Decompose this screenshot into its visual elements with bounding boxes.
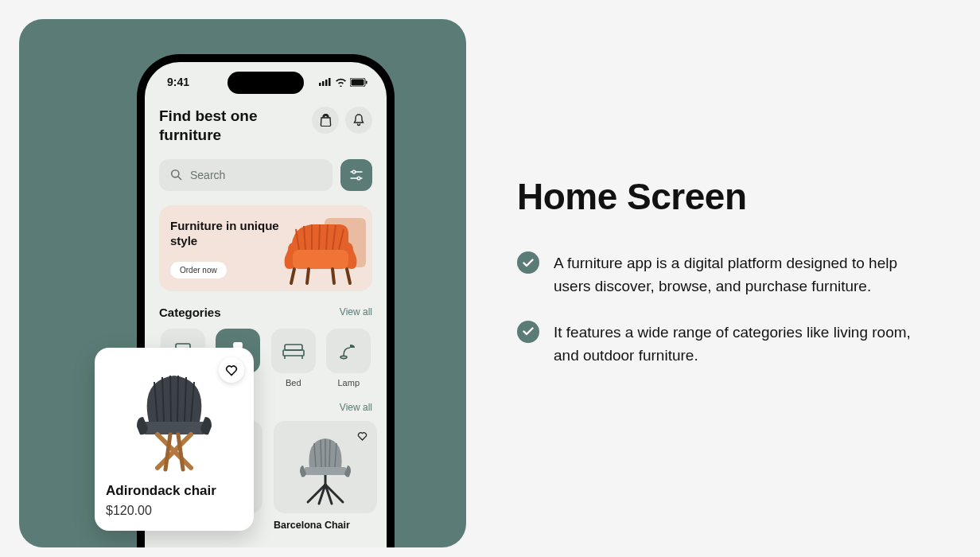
categories-view-all[interactable]: View all [340,306,372,317]
promo-banner[interactable]: Furniture in unique style Order now [159,205,372,291]
bed-icon [282,342,305,360]
heart-icon [225,364,238,376]
screen-header: Find best one furniture [159,107,372,145]
check-icon [517,321,539,343]
sliders-icon [350,169,363,181]
battery-icon [350,78,368,87]
bullet-2-text: It features a wide range of categories l… [554,321,920,368]
bell-button[interactable] [345,107,372,134]
svg-rect-23 [283,350,304,356]
svg-line-34 [165,434,170,469]
svg-rect-5 [352,79,364,85]
category-lamp-label: Lamp [337,378,360,388]
svg-rect-1 [322,81,325,86]
svg-rect-14 [293,250,348,269]
favorite-button[interactable] [353,427,371,445]
float-product-name: Adirondack chair [106,483,243,499]
bullet-1: A furniture app is a digital platform de… [517,251,947,298]
svg-rect-3 [329,78,331,86]
search-row: Search [159,159,372,191]
headline: Find best one furniture [159,107,294,145]
banner-chair-image [280,210,366,288]
bell-icon [353,114,364,127]
product-card-barcelona[interactable]: Barcelona Chair [274,421,377,531]
status-time: 9:41 [167,76,189,88]
check-icon [517,251,539,274]
barcelona-chair-image [289,429,362,505]
bag-button[interactable] [312,107,339,134]
search-placeholder: Search [190,169,225,181]
filter-button[interactable] [340,159,372,191]
search-icon [170,169,182,181]
floating-product-card[interactable]: Adirondack chair $120.00 [95,348,254,531]
category-lamp[interactable]: Lamp [325,329,373,388]
lamp-icon [339,341,358,360]
right-column: Home Screen A furniture app is a digital… [517,175,947,368]
svg-point-26 [340,356,347,358]
product-name-barcelona: Barcelona Chair [274,520,377,531]
svg-line-35 [178,434,183,469]
categories-title: Categories [159,306,221,319]
banner-title: Furniture in unique style [170,218,282,249]
svg-line-8 [178,177,181,180]
products-view-all[interactable]: View all [340,402,372,413]
search-input[interactable]: Search [159,159,332,191]
bag-icon [320,114,332,127]
category-bed-label: Bed [286,378,301,388]
category-bed[interactable]: Bed [270,329,317,388]
svg-rect-0 [319,83,321,86]
bullet-2: It features a wide range of categories l… [517,321,947,368]
svg-rect-22 [285,345,302,350]
signal-icon [319,78,332,86]
page-title: Home Screen [517,175,947,218]
order-now-button[interactable]: Order now [170,262,227,278]
heart-icon [357,431,368,441]
svg-rect-6 [366,80,368,84]
svg-point-10 [352,170,356,173]
left-showcase-panel: 9:41 [19,19,466,547]
bullet-1-text: A furniture app is a digital platform de… [554,251,920,298]
categories-header: Categories View all [159,306,372,319]
float-product-price: $120.00 [106,504,243,518]
svg-rect-2 [325,80,328,86]
wifi-icon [335,78,347,87]
dynamic-island [228,72,304,94]
svg-point-12 [357,177,360,180]
favorite-button-float[interactable] [219,357,244,383]
presentation-canvas: 9:41 [0,0,980,557]
